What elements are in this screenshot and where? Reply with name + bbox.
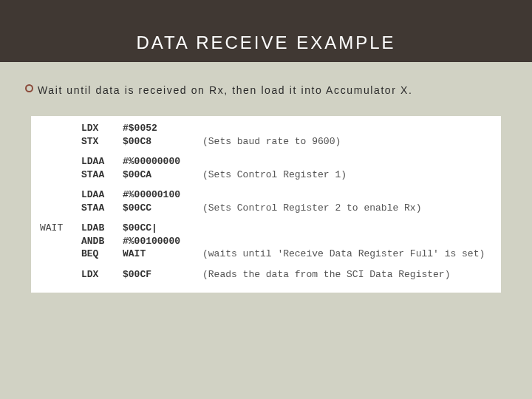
code-comment: (Reads the data from the SCI Data Regist…	[202, 269, 450, 280]
code-operand: $00CF	[123, 268, 202, 282]
code-operand: $00CA	[123, 168, 202, 182]
code-group: LDX#$0052 STX$00C8(Sets baud rate to 960…	[40, 122, 492, 148]
code-operand: WAIT	[123, 248, 202, 261]
code-line: BEQWAIT(waits until 'Receive Data Regist…	[40, 248, 492, 261]
code-line: WAITLDAB$00CC|	[40, 222, 492, 235]
code-mnemonic: LDAA	[81, 155, 123, 168]
code-mnemonic: LDX	[81, 268, 123, 282]
code-label: WAIT	[40, 222, 81, 235]
circle-bullet-icon	[25, 84, 33, 92]
code-line: LDX$00CF(Reads the data from the SCI Dat…	[40, 268, 492, 282]
code-comment: (Sets baud rate to 9600)	[202, 136, 341, 147]
code-operand: $00C8	[123, 135, 202, 149]
code-line: ANDB#%00100000	[40, 235, 492, 248]
code-line: STAA$00CA(Sets Control Register 1)	[40, 168, 492, 182]
code-operand: $00CC|	[123, 222, 202, 235]
code-mnemonic: STAA	[81, 168, 123, 182]
code-operand: #%00000100	[123, 188, 202, 202]
code-group: LDAA#%00000100 STAA$00CC(Sets Control Re…	[40, 188, 492, 214]
code-comment: (Sets Control Register 1)	[202, 169, 347, 180]
code-line: STX$00C8(Sets baud rate to 9600)	[40, 135, 492, 149]
code-group: LDX$00CF(Reads the data from the SCI Dat…	[40, 268, 492, 282]
code-operand: $00CC	[123, 202, 202, 215]
slide-header: DATA RECEIVE EXAMPLE	[0, 0, 532, 62]
slide-title: DATA RECEIVE EXAMPLE	[136, 33, 395, 53]
code-line: LDAA#%00000100	[40, 188, 492, 202]
code-line: STAA$00CC(Sets Control Register 2 to ena…	[40, 202, 492, 215]
code-listing: LDX#$0052 STX$00C8(Sets baud rate to 960…	[31, 116, 501, 293]
slide-content: Wait until data is received on Rx, then …	[0, 62, 532, 307]
code-mnemonic: STAA	[81, 202, 123, 215]
code-operand: #$0052	[123, 122, 202, 135]
code-line: LDAA#%00000000	[40, 155, 492, 168]
code-mnemonic: LDX	[81, 122, 123, 135]
code-mnemonic: STX	[81, 135, 123, 149]
code-mnemonic: LDAB	[81, 222, 123, 235]
code-mnemonic: BEQ	[81, 248, 123, 261]
code-mnemonic: ANDB	[81, 235, 123, 248]
bullet-text: Wait until data is received on Rx, then …	[38, 83, 412, 98]
code-group: LDAA#%00000000 STAA$00CA(Sets Control Re…	[40, 155, 492, 181]
code-comment: (Sets Control Register 2 to enable Rx)	[202, 202, 421, 214]
code-group: WAITLDAB$00CC| ANDB#%00100000 BEQWAIT(wa…	[40, 222, 492, 261]
code-comment: (waits until 'Receive Data Register Full…	[202, 248, 485, 259]
code-operand: #%00000000	[123, 155, 202, 168]
code-mnemonic: LDAA	[81, 188, 123, 202]
bullet-item: Wait until data is received on Rx, then …	[25, 83, 507, 98]
code-line: LDX#$0052	[40, 122, 492, 135]
code-operand: #%00100000	[123, 235, 202, 248]
